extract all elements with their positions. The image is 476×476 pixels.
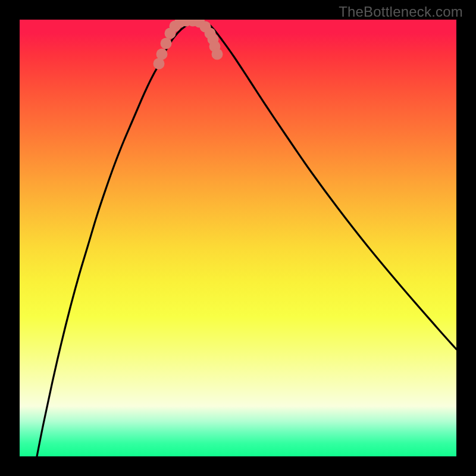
curve-layer [20, 20, 456, 456]
chart-frame: TheBottleneck.com [0, 0, 476, 476]
curve-marker [212, 49, 223, 60]
watermark-text: TheBottleneck.com [339, 4, 463, 20]
curve-marker [156, 49, 168, 60]
plot-area [20, 20, 456, 456]
bottleneck-curve [37, 21, 456, 456]
curve-marker [161, 38, 172, 49]
